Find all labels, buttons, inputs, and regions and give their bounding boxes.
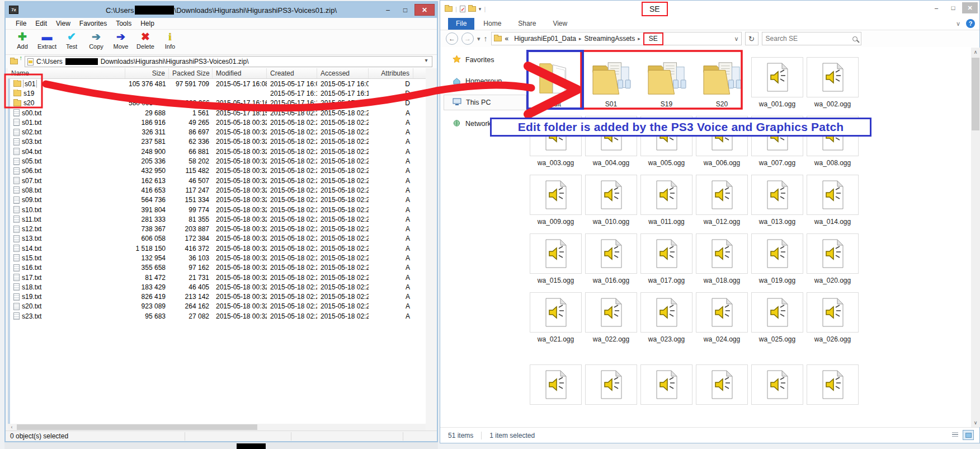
sidebar-item-this-pc[interactable]: This PC bbox=[453, 97, 491, 108]
table-row[interactable]: s13.txt606 058172 3842015-05-18 00:32201… bbox=[10, 234, 426, 244]
file-tile[interactable]: wa_013.ogg bbox=[751, 169, 804, 226]
close-button[interactable]: ✕ bbox=[962, 2, 978, 13]
forward-button[interactable]: → bbox=[461, 32, 474, 45]
file-tile[interactable]: wa_025.ogg bbox=[751, 287, 804, 343]
info-button[interactable]: iInfo bbox=[158, 31, 182, 50]
table-row[interactable]: s05.txt205 33658 2022015-05-18 00:322015… bbox=[10, 156, 426, 166]
table-row[interactable]: s15.txt132 95436 1032015-05-18 00:322015… bbox=[10, 253, 426, 263]
file-tile[interactable]: wa_009.ogg bbox=[529, 169, 582, 226]
column-header-attributes[interactable]: Attributes bbox=[369, 68, 413, 78]
delete-button[interactable]: ✖Delete bbox=[133, 31, 158, 50]
file-tile[interactable]: wa_010.ogg bbox=[585, 169, 638, 226]
file-tile[interactable] bbox=[585, 359, 638, 405]
back-button[interactable]: ← bbox=[446, 32, 458, 45]
menu-item-help[interactable]: Help bbox=[136, 18, 159, 29]
folder-tile[interactable]: S19 bbox=[640, 52, 693, 108]
maximize-button[interactable]: □ bbox=[397, 4, 413, 16]
table-row[interactable]: s19.txt826 419213 1422015-05-18 00:32201… bbox=[10, 292, 426, 302]
column-header-size[interactable]: Size bbox=[125, 68, 169, 78]
file-tile[interactable]: wa_012.ogg bbox=[695, 169, 748, 226]
column-header-created[interactable]: Created bbox=[267, 68, 317, 78]
table-row[interactable]: s16.txt355 65897 1622015-05-18 00:322015… bbox=[10, 263, 426, 273]
file-tile[interactable]: wa_023.ogg bbox=[640, 287, 693, 343]
column-header-accessed[interactable]: Accessed bbox=[317, 68, 369, 78]
chevron-down-icon[interactable]: ▾ bbox=[422, 57, 431, 66]
file-tile[interactable]: wa_017.ogg bbox=[640, 228, 693, 284]
table-row[interactable]: s01.txt186 91649 2652015-05-18 00:322015… bbox=[10, 118, 426, 127]
folder-tile[interactable]: edit bbox=[529, 52, 582, 108]
file-tile[interactable]: wa_021.ogg bbox=[529, 287, 582, 343]
minimize-button[interactable]: – bbox=[380, 4, 396, 16]
details-view-button[interactable] bbox=[949, 430, 960, 440]
customize-qat-icon[interactable]: ▾ bbox=[479, 6, 482, 12]
file-tile[interactable] bbox=[806, 359, 859, 405]
table-row[interactable]: s08.txt416 653117 2472015-05-18 00:32201… bbox=[10, 185, 426, 195]
menu-item-file[interactable]: File bbox=[11, 18, 31, 29]
new-folder-icon[interactable] bbox=[468, 6, 476, 12]
menu-item-edit[interactable]: Edit bbox=[31, 18, 51, 29]
copy-button[interactable]: ➔Copy bbox=[84, 31, 109, 50]
breadcrumb-overflow[interactable]: « bbox=[504, 34, 510, 43]
move-button[interactable]: ➔Move bbox=[109, 31, 133, 50]
sidebar-item-favorites[interactable]: Favorites bbox=[453, 54, 494, 66]
scroll-left-arrow[interactable]: ‹ bbox=[8, 424, 16, 431]
minimize-button[interactable]: – bbox=[929, 2, 944, 13]
table-row[interactable]: s23.txt95 68327 0822015-05-18 00:322015-… bbox=[10, 311, 426, 321]
table-row[interactable]: s03.txt237 58162 3362015-05-18 00:322015… bbox=[10, 137, 426, 147]
table-row[interactable]: s20.txt923 089264 1622015-05-18 00:32201… bbox=[10, 302, 426, 311]
tab-file[interactable]: File bbox=[448, 18, 474, 30]
table-row[interactable]: s12.txt738 367203 8872015-05-18 00:32201… bbox=[10, 224, 426, 233]
address-dropdown-icon[interactable]: ∨ bbox=[734, 35, 738, 43]
file-tile[interactable]: wa_011.ogg bbox=[640, 169, 693, 226]
table-row[interactable]: s192015-05-17 16:142015-05-17 16:15D bbox=[10, 88, 426, 98]
table-row[interactable]: s14.txt1 518 150416 3722015-05-18 00:322… bbox=[10, 244, 426, 253]
large-icons-view-button[interactable] bbox=[963, 430, 974, 440]
file-tile[interactable] bbox=[751, 359, 804, 405]
menu-item-tools[interactable]: Tools bbox=[111, 18, 136, 29]
search-input[interactable] bbox=[766, 35, 852, 43]
scrollbar-thumb[interactable] bbox=[17, 424, 257, 430]
table-row[interactable]: s20580 093 725543 383 9662015-05-17 16:1… bbox=[10, 99, 426, 108]
add-button[interactable]: ✚Add bbox=[10, 31, 35, 50]
table-row[interactable]: s00.txt29 6881 5612015-05-17 18:152015-0… bbox=[10, 108, 426, 118]
scroll-down-arrow[interactable]: ∨ bbox=[971, 418, 980, 427]
table-row[interactable]: s11.txt281 33381 3552015-05-18 00:322015… bbox=[10, 214, 426, 224]
file-tile[interactable]: wa_014.ogg bbox=[806, 169, 859, 226]
file-tile[interactable]: wa_002.ogg bbox=[806, 52, 859, 108]
file-tile[interactable]: wa_001.ogg bbox=[751, 52, 804, 108]
file-tile[interactable]: wa_018.ogg bbox=[695, 228, 748, 284]
file-tile[interactable]: wa_019.ogg bbox=[751, 228, 804, 284]
scrollbar-thumb[interactable] bbox=[972, 58, 979, 130]
table-row[interactable]: s10.txt391 80499 7742015-05-18 00:322015… bbox=[10, 205, 426, 214]
close-button[interactable]: ✕ bbox=[414, 4, 435, 16]
breadcrumb[interactable]: «HigurashiEp01_Data▸StreamingAssets▸SE ∨ bbox=[491, 32, 742, 45]
table-row[interactable]: s07.txt162 61346 5072015-05-18 00:322015… bbox=[10, 176, 426, 185]
breadcrumb-item-higurashiep01_data[interactable]: HigurashiEp01_Data bbox=[513, 34, 577, 43]
file-tile[interactable] bbox=[529, 359, 582, 405]
table-row[interactable]: s01105 376 48197 591 7092015-05-17 16:08… bbox=[10, 79, 426, 88]
file-tile[interactable]: wa_022.ogg bbox=[585, 287, 638, 343]
column-header-modified[interactable]: Modified bbox=[213, 68, 267, 78]
table-row[interactable]: s17.txt81 47221 7312015-05-18 00:322015-… bbox=[10, 273, 426, 282]
breadcrumb-item-streamingassets[interactable]: StreamingAssets bbox=[583, 34, 637, 43]
table-row[interactable]: s02.txt326 31186 6972015-05-18 00:322015… bbox=[10, 127, 426, 137]
sidebar-item-network[interactable]: Network bbox=[453, 118, 491, 129]
address-combobox[interactable]: C:\Users Downloads\Higurashi\HigurashiPS… bbox=[25, 56, 432, 67]
tab-home[interactable]: Home bbox=[475, 18, 509, 30]
folder-tile[interactable]: S20 bbox=[695, 52, 748, 108]
properties-icon[interactable] bbox=[460, 6, 465, 12]
file-tile[interactable]: wa_026.ogg bbox=[806, 287, 859, 343]
table-row[interactable]: s06.txt432 950115 4822015-05-18 00:32201… bbox=[10, 166, 426, 176]
tab-share[interactable]: Share bbox=[510, 18, 544, 30]
file-tile[interactable] bbox=[695, 359, 748, 405]
vertical-scrollbar[interactable]: ∧ ∨ bbox=[971, 48, 980, 427]
folder-tile[interactable]: S01 bbox=[585, 52, 638, 108]
sidebar-item-homegroup[interactable]: Homegroup bbox=[453, 76, 502, 87]
table-row[interactable]: s09.txt564 736151 3342015-05-18 00:32201… bbox=[10, 195, 426, 205]
file-tile[interactable]: wa_015.ogg bbox=[529, 228, 582, 284]
extract-button[interactable]: ▬Extract bbox=[35, 31, 59, 50]
menu-item-view[interactable]: View bbox=[51, 18, 75, 29]
file-tile[interactable]: wa_020.ogg bbox=[806, 228, 859, 284]
horizontal-scrollbar[interactable]: ‹ bbox=[8, 424, 426, 431]
file-tile[interactable]: wa_016.ogg bbox=[585, 228, 638, 284]
